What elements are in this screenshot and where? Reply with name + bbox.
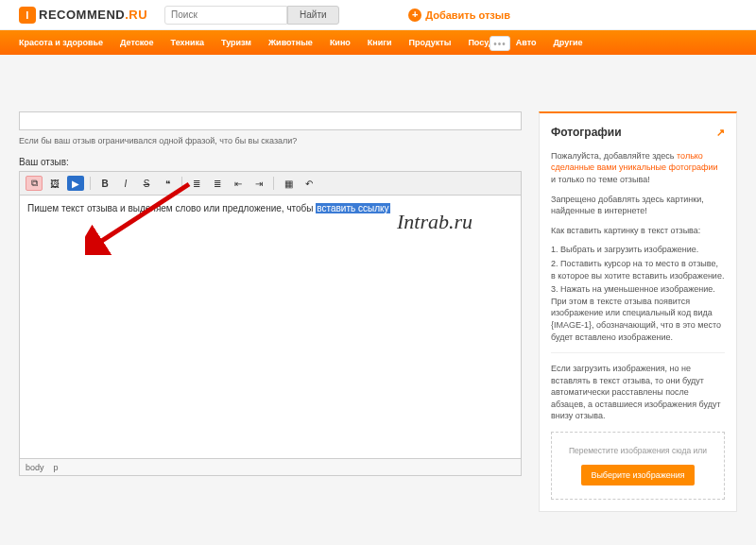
step-item: Выбрать и загрузить изображение. <box>551 244 725 256</box>
editor-selection: вставить ссылку <box>316 203 389 213</box>
ordered-list-button[interactable]: ≣ <box>209 176 226 191</box>
review-label: Ваш отзыв: <box>19 157 522 167</box>
status-body[interactable]: body <box>26 463 44 472</box>
outdent-button[interactable]: ⇤ <box>230 176 247 191</box>
editor-content: Пишем текст отзыва и выделяем слово или … <box>27 203 390 213</box>
main-nav: Красота и здоровье Детское Техника Туриз… <box>0 30 756 55</box>
strike-button[interactable]: S <box>138 176 155 191</box>
table-button[interactable]: ▦ <box>280 176 297 191</box>
editor-status-bar: body p <box>19 459 522 476</box>
logo-suffix: .RU <box>125 8 147 22</box>
sidebar-howto-title: Как вставить картинку в текст отзыва: <box>551 225 725 237</box>
title-hint: Если бы ваш отзыв ограничивался одной фр… <box>19 136 522 145</box>
italic-button[interactable]: I <box>117 176 134 191</box>
select-images-button[interactable]: Выберите изображения <box>581 465 694 485</box>
nav-item[interactable]: Животные <box>268 38 313 47</box>
status-p[interactable]: p <box>54 463 59 472</box>
header: I RECOMMEND .RU Найти + Добавить отзыв <box>0 0 756 30</box>
nav-item[interactable]: Кино <box>330 38 351 47</box>
nav-item[interactable]: Продукты <box>409 38 452 47</box>
editor-textarea[interactable]: Пишем текст отзыва и выделяем слово или … <box>19 195 522 459</box>
nav-item[interactable]: Авто <box>516 38 537 47</box>
divider <box>551 352 725 353</box>
nav-item[interactable]: Книги <box>368 38 392 47</box>
review-title-input[interactable] <box>19 111 522 130</box>
sidebar-title: Фотографии ↗ <box>551 125 725 141</box>
indent-button[interactable]: ⇥ <box>250 176 267 191</box>
plus-icon: + <box>408 9 421 22</box>
external-link-icon[interactable]: ↗ <box>716 126 725 140</box>
sidebar-title-text: Фотографии <box>551 125 622 141</box>
video-button[interactable]: ▶ <box>67 176 84 191</box>
toolbar-separator <box>181 177 182 190</box>
editor-column: Если бы ваш отзыв ограничивался одной фр… <box>19 111 522 512</box>
step-item: Поставить курсор на то место в отзыве, в… <box>551 258 725 281</box>
photos-sidebar: Фотографии ↗ Пожалуйста, добавляйте здес… <box>539 111 737 512</box>
bold-button[interactable]: B <box>96 176 113 191</box>
nav-item[interactable]: Другие <box>553 38 582 47</box>
nav-item[interactable]: Детское <box>120 38 154 47</box>
search-box: Найти <box>164 6 339 25</box>
sidebar-note: Если загрузить изображения, но не вставл… <box>551 363 725 422</box>
nav-item[interactable]: Красота и здоровье <box>19 38 103 47</box>
logo-text: RECOMMEND <box>39 8 125 22</box>
toolbar-separator <box>273 177 274 190</box>
nav-item[interactable]: Туризм <box>221 38 251 47</box>
dropzone-text: Переместите изображения сюда или <box>559 446 716 457</box>
unordered-list-button[interactable]: ≣ <box>188 176 205 191</box>
toolbar-separator <box>90 177 91 190</box>
search-input[interactable] <box>164 6 287 25</box>
sidebar-steps: Выбрать и загрузить изображение. Постави… <box>551 244 725 343</box>
link-button[interactable]: ⧉ <box>26 176 43 191</box>
search-button[interactable]: Найти <box>287 6 339 25</box>
sidebar-warning: Запрещено добавлять здесь картинки, найд… <box>551 194 725 217</box>
nav-item[interactable]: Техника <box>171 38 204 47</box>
quote-button[interactable]: ❝ <box>159 176 176 191</box>
sidebar-instruction: Пожалуйста, добавляйте здесь только сдел… <box>551 150 725 186</box>
undo-button[interactable]: ↶ <box>301 176 318 191</box>
image-button[interactable]: 🖼 <box>46 176 63 191</box>
step-item: Нажать на уменьшенное изображение. При э… <box>551 283 725 343</box>
add-review-label: Добавить отзыв <box>425 9 510 21</box>
upload-dropzone[interactable]: Переместите изображения сюда или Выберит… <box>551 432 725 500</box>
logo[interactable]: I RECOMMEND .RU <box>19 7 147 24</box>
add-review-link[interactable]: + Добавить отзыв <box>408 9 510 22</box>
collapse-button[interactable]: ••• <box>490 36 510 51</box>
editor-toolbar: ⧉ 🖼 ▶ B I S ❝ ≣ ≣ ⇤ ⇥ ▦ ↶ <box>19 171 522 195</box>
logo-badge-icon: I <box>19 7 36 24</box>
editor-plain-text: Пишем текст отзыва и выделяем слово или … <box>27 203 316 213</box>
